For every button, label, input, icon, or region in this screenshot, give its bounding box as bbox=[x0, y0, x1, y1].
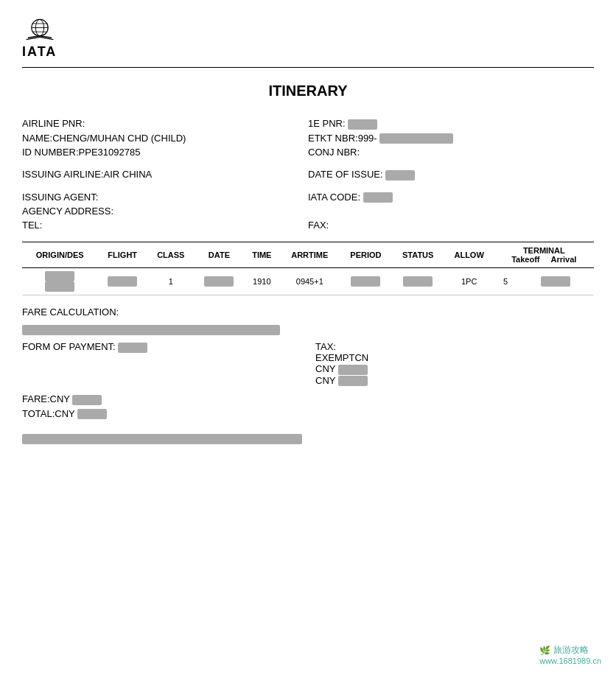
info-row-id: ID NUMBER:PPE31092785 CONJ NBR: bbox=[22, 147, 594, 158]
conj-label: CONJ NBR: bbox=[308, 147, 360, 158]
flight-number bbox=[97, 268, 147, 295]
id-label: ID NUMBER:PPE31092785 bbox=[22, 147, 140, 158]
issuing-airline-label: ISSUING AIRLINE:AIR CHINA bbox=[22, 169, 152, 180]
page-header: IATA bbox=[22, 15, 594, 68]
flight-arrival bbox=[517, 268, 594, 295]
origin-line1 bbox=[25, 271, 94, 281]
etkt-right: ETKT NBR:999- bbox=[308, 133, 594, 144]
exemptcn-label: EXEMPTCN bbox=[315, 352, 594, 363]
fare-calc-value bbox=[22, 325, 280, 335]
fare-value bbox=[72, 395, 102, 405]
cny2-value bbox=[338, 376, 368, 386]
col-arrtime: ARRTIME bbox=[279, 242, 340, 268]
form-of-payment-label: FORM OF PAYMENT: bbox=[22, 341, 116, 352]
col-flight: FLIGHT bbox=[97, 242, 147, 268]
fare-row-payment: FORM OF PAYMENT: TAX: EXEMPTCN CNY CNY bbox=[22, 341, 594, 386]
page-title: ITINERARY bbox=[22, 83, 594, 99]
payment-left: FORM OF PAYMENT: bbox=[22, 341, 301, 386]
period-blurred bbox=[351, 276, 380, 287]
watermark-label: 旅游攻略 bbox=[553, 644, 589, 656]
pnr-1e-right: 1E PNR: bbox=[308, 118, 594, 130]
iata-code-label: IATA CODE: bbox=[308, 192, 360, 203]
col-origin: ORIGIN/DES bbox=[22, 242, 97, 268]
flight-table-section: ORIGIN/DES FLIGHT CLASS DATE TIME ARRTIM… bbox=[22, 242, 594, 295]
flight-date bbox=[195, 268, 245, 295]
cny2-row: CNY bbox=[315, 375, 594, 387]
iata-label: IATA bbox=[22, 44, 57, 60]
fare-label: FARE:CNY bbox=[22, 393, 70, 404]
date-of-issue-label: DATE OF ISSUE: bbox=[308, 169, 383, 180]
info-row-pnr: AIRLINE PNR: 1E PNR: bbox=[22, 118, 594, 130]
tax-right: TAX: EXEMPTCN CNY CNY bbox=[301, 341, 594, 386]
conj-right: CONJ NBR: bbox=[308, 147, 594, 158]
agency-address-left: AGENCY ADDRESS: bbox=[22, 206, 594, 217]
date-of-issue-right: DATE OF ISSUE: bbox=[308, 169, 594, 180]
pnr-1e-value bbox=[348, 119, 377, 130]
status-blurred bbox=[403, 276, 433, 287]
info-section-2: ISSUING AIRLINE:AIR CHINA DATE OF ISSUE: bbox=[22, 169, 594, 180]
date-blurred bbox=[204, 276, 234, 287]
fax-right: FAX: bbox=[308, 220, 594, 231]
tax-block: EXEMPTCN CNY CNY bbox=[315, 352, 594, 386]
tel-left: TEL: bbox=[22, 220, 308, 231]
col-status: STATUS bbox=[392, 242, 444, 268]
info-section-3: ISSUING AGENT: IATA CODE: AGENCY ADDRESS… bbox=[22, 192, 594, 231]
col-class: CLASS bbox=[147, 242, 195, 268]
fare-section: FARE CALCULATION: FORM OF PAYMENT: TAX: … bbox=[22, 306, 594, 419]
info-row-name: NAME:CHENG/MUHAN CHD (CHILD) ETKT NBR:99… bbox=[22, 133, 594, 144]
flight-table: ORIGIN/DES FLIGHT CLASS DATE TIME ARRTIM… bbox=[22, 242, 594, 295]
etkt-label: ETKT NBR:999- bbox=[308, 133, 377, 144]
col-time: TIME bbox=[244, 242, 279, 268]
fare-calc-label: FARE CALCULATION: bbox=[22, 306, 119, 318]
id-left: ID NUMBER:PPE31092785 bbox=[22, 147, 308, 158]
issuing-agent-label: ISSUING AGENT: bbox=[22, 192, 98, 203]
table-row: 1 1910 0945+1 1PC 5 bbox=[22, 268, 594, 295]
total-label: TOTAL:CNY bbox=[22, 408, 75, 419]
airline-pnr-label: AIRLINE PNR: bbox=[22, 118, 85, 129]
flight-allow: 1PC bbox=[444, 268, 494, 295]
airline-pnr-left: AIRLINE PNR: bbox=[22, 118, 308, 130]
col-period: PERIOD bbox=[340, 242, 392, 268]
flight-blurred bbox=[108, 276, 137, 287]
flight-period bbox=[340, 268, 392, 295]
col-allow: ALLOW bbox=[444, 242, 494, 268]
col-date: DATE bbox=[195, 242, 245, 268]
fare-row: FARE:CNY bbox=[22, 393, 594, 405]
arrival-label: Arrival bbox=[551, 255, 577, 264]
dest-blurred bbox=[45, 281, 74, 292]
cny1-row: CNY bbox=[315, 363, 594, 375]
iata-code-right: IATA CODE: bbox=[308, 192, 594, 203]
origin-line2 bbox=[25, 281, 94, 292]
info-row-airline: ISSUING AIRLINE:AIR CHINA DATE OF ISSUE: bbox=[22, 169, 594, 180]
tel-label: TEL: bbox=[22, 220, 42, 231]
takeoff-label: Takeoff bbox=[511, 255, 539, 264]
watermark-url: www.1681989.cn bbox=[539, 656, 601, 665]
cny1-value bbox=[338, 365, 368, 375]
issuing-airline-left: ISSUING AIRLINE:AIR CHINA bbox=[22, 169, 308, 180]
terminal-label: TERMINAL bbox=[497, 246, 591, 255]
flight-origin bbox=[22, 268, 97, 295]
flight-time: 1910 bbox=[244, 268, 279, 295]
total-row: TOTAL:CNY bbox=[22, 408, 594, 420]
flight-arrtime: 0945+1 bbox=[279, 268, 340, 295]
etkt-value bbox=[379, 133, 453, 144]
flight-takeoff: 5 bbox=[494, 268, 517, 295]
info-row-tel: TEL: FAX: bbox=[22, 220, 594, 231]
pnr-1e-label: 1E PNR: bbox=[308, 118, 346, 129]
info-row-agent: ISSUING AGENT: IATA CODE: bbox=[22, 192, 594, 203]
info-row-agency: AGENCY ADDRESS: bbox=[22, 206, 594, 217]
fare-total-section: FARE:CNY TOTAL:CNY bbox=[22, 393, 594, 419]
tax-label: TAX: bbox=[315, 341, 336, 352]
name-label: NAME:CHENG/MUHAN CHD (CHILD) bbox=[22, 133, 186, 144]
flight-class: 1 bbox=[147, 268, 195, 295]
watermark-icon: 🌿 bbox=[539, 645, 550, 656]
fax-label: FAX: bbox=[308, 220, 329, 231]
origin-blurred bbox=[45, 271, 74, 281]
agency-address-label: AGENCY ADDRESS: bbox=[22, 206, 113, 217]
total-value bbox=[77, 409, 107, 419]
issuing-agent-left: ISSUING AGENT: bbox=[22, 192, 308, 203]
bottom-blurred-bar bbox=[22, 434, 302, 444]
iata-code-value bbox=[363, 192, 393, 203]
flight-status bbox=[392, 268, 444, 295]
iata-logo: IATA bbox=[22, 15, 57, 60]
